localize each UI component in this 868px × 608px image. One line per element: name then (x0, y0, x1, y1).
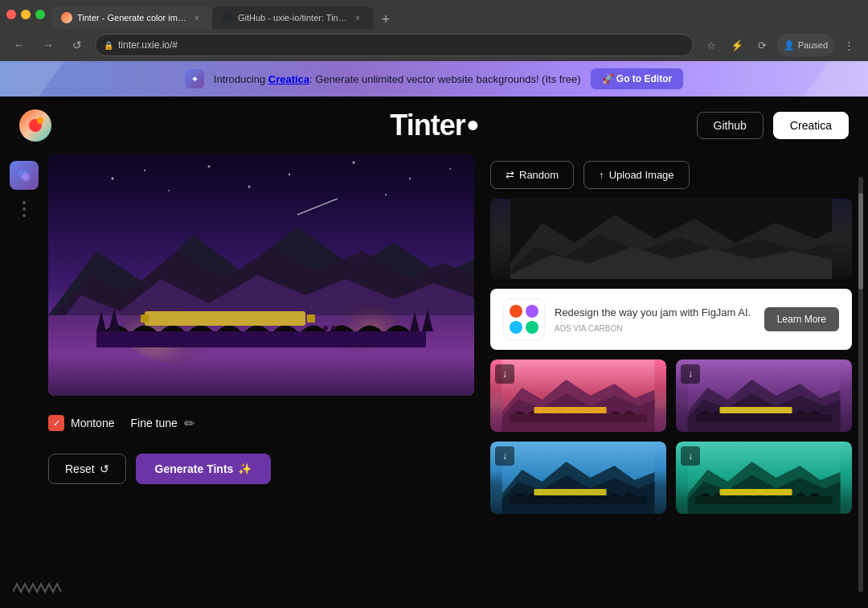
figjam-dot-orange (510, 305, 522, 318)
svg-point-8 (409, 178, 411, 179)
titlebar: Tinter - Generate color imag... × GitHub… (0, 0, 868, 29)
promo-text-post: : Generate unlimited vector website back… (309, 73, 580, 85)
download-purple-button[interactable]: ↓ (681, 364, 700, 384)
address-bar[interactable]: 🔒 tinter.uxie.io/# (95, 34, 694, 56)
svg-point-29 (331, 326, 336, 331)
svg-rect-37 (510, 414, 647, 422)
sidebar-logo-icon[interactable] (10, 161, 39, 190)
download-pink-button[interactable]: ↓ (495, 364, 514, 384)
svg-point-6 (289, 174, 290, 175)
svg-point-5 (208, 166, 211, 168)
tint-item-pink: ↓ (490, 359, 666, 432)
tab-favicon-tinter (61, 12, 72, 23)
random-label: Random (519, 169, 559, 181)
close-window-button[interactable] (6, 10, 16, 19)
svg-point-11 (248, 186, 251, 188)
tint-scene-pink (490, 359, 666, 432)
generate-label: Generate Tints (155, 462, 234, 475)
forward-button[interactable]: → (37, 34, 59, 56)
scrollbar[interactable] (858, 177, 863, 592)
logo-circle (19, 109, 51, 142)
svg-rect-20 (96, 331, 426, 347)
ad-title: Redesign the way you jam with FigJam AI. (555, 306, 755, 320)
upload-label: Upload Image (609, 169, 674, 181)
random-button[interactable]: ⇄ Random (490, 161, 574, 189)
app-container: Tinter Github Creatica (0, 97, 868, 608)
montone-checkbox-label[interactable]: ✓ Montone (48, 415, 114, 431)
profile-icon: 👤 (784, 40, 795, 51)
header-buttons: Github Creatica (697, 112, 849, 139)
ad-banner: Redesign the way you jam with FigJam AI.… (490, 289, 852, 350)
main-image (48, 154, 474, 396)
svg-point-1 (22, 173, 30, 181)
reset-icon: ↺ (100, 462, 109, 475)
new-tab-button[interactable]: + (376, 10, 395, 29)
creatica-button[interactable]: Creatica (773, 112, 849, 139)
svg-rect-53 (720, 489, 792, 495)
dark-preview (490, 199, 852, 279)
right-panel: ⇄ Random ↑ Upload Image (490, 154, 852, 608)
download-blue-button[interactable]: ↓ (495, 446, 514, 466)
tab-label-tinter: Tinter - Generate color imag... (77, 13, 186, 23)
go-to-editor-button[interactable]: 🚀 Go to Editor (591, 68, 684, 89)
download-teal-button[interactable]: ↓ (681, 446, 700, 466)
profile-button[interactable]: 👤 Paused (777, 34, 834, 56)
tint-item-purple: ↓ (676, 359, 852, 432)
tab-close-github[interactable]: × (352, 12, 363, 23)
bookmark-button[interactable]: ☆ (700, 34, 723, 56)
back-button[interactable]: ← (8, 34, 31, 56)
github-button[interactable]: Github (697, 112, 764, 139)
promo-banner: ✦ Introducing Creatica: Generate unlimit… (0, 61, 868, 97)
action-buttons-row: ⇄ Random ↑ Upload Image (490, 161, 852, 189)
figjam-dots (506, 302, 542, 337)
montone-checkbox[interactable]: ✓ (48, 415, 64, 431)
promo-brand-link[interactable]: Creatica (268, 73, 309, 85)
tint-blue-svg (490, 442, 666, 514)
menu-button[interactable]: ⋮ (837, 34, 860, 56)
generate-icon: ✨ (238, 462, 252, 475)
action-row: Reset ↺ Generate Tints ✨ (48, 450, 474, 487)
upload-image-button[interactable]: ↑ Upload Image (583, 161, 689, 189)
tint-pink-svg (490, 359, 666, 432)
edit-icon: ✏ (184, 416, 194, 431)
generate-button[interactable]: Generate Tints ✨ (136, 454, 272, 484)
svg-rect-48 (534, 489, 607, 495)
header-logo (19, 109, 51, 142)
sidebar-dot-3 (23, 214, 26, 217)
finetune-label[interactable]: Fine tune ✏ (130, 416, 194, 431)
svg-rect-21 (145, 311, 305, 326)
tint-scene-purple (676, 359, 852, 432)
tab-github[interactable]: GitHub - uxie-io/tinter: Tinte... × (212, 6, 373, 29)
tab-close-tinter[interactable]: × (191, 12, 203, 23)
extensions-button[interactable]: ⚡ (726, 34, 748, 56)
app-title: Tinter (390, 109, 465, 142)
tab-label-github: GitHub - uxie-io/tinter: Tinte... (238, 13, 347, 23)
learn-more-button[interactable]: Learn More (764, 307, 839, 331)
reset-button[interactable]: Reset ↺ (48, 454, 126, 484)
finetune-text: Fine tune (130, 417, 177, 429)
svg-point-9 (449, 168, 451, 170)
tints-grid: ↓ (490, 359, 852, 514)
sidebar-dots (23, 201, 26, 217)
tab-favicon-github (222, 12, 233, 23)
url-text: tinter.uxie.io/# (118, 39, 685, 51)
window-controls (6, 10, 45, 19)
svg-rect-52 (696, 496, 833, 504)
svg-rect-23 (307, 314, 315, 322)
figjam-dot-green (526, 321, 538, 334)
scrollbar-thumb[interactable] (858, 193, 863, 290)
sync-button[interactable]: ⟳ (751, 34, 774, 56)
svg-rect-22 (141, 314, 149, 322)
app-header: Tinter Github Creatica (0, 97, 868, 154)
ad-logo (503, 298, 545, 340)
tab-tinter[interactable]: Tinter - Generate color imag... × (51, 6, 212, 29)
svg-point-10 (168, 190, 170, 191)
svg-point-4 (144, 170, 145, 171)
svg-point-3 (112, 178, 114, 180)
image-panel: ✓ Montone Fine tune ✏ Reset ↺ Generate T… (16, 154, 474, 608)
lock-icon: 🔒 (104, 41, 113, 50)
minimize-window-button[interactable] (21, 10, 31, 19)
maximize-window-button[interactable] (35, 10, 45, 19)
reload-button[interactable]: ↺ (66, 34, 88, 56)
random-icon: ⇄ (506, 169, 514, 181)
